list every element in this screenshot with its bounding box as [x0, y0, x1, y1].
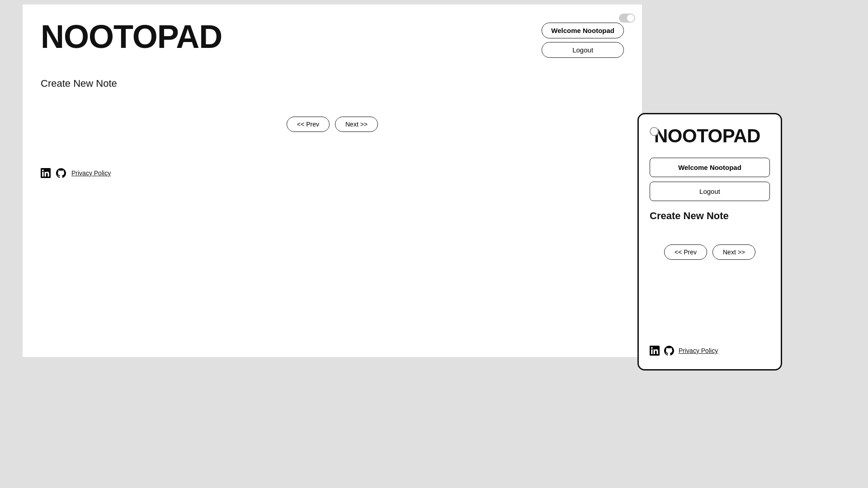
mobile-linkedin-icon[interactable]: [650, 346, 660, 356]
linkedin-icon[interactable]: [41, 168, 51, 178]
header-controls: Welcome Nootopad Logout: [542, 23, 624, 58]
privacy-policy-link[interactable]: Privacy Policy: [71, 169, 111, 177]
pagination-controls: << Prev Next >>: [41, 117, 624, 132]
mobile-view: NOOTOPAD Welcome Nootopad Logout Create …: [637, 113, 782, 371]
mobile-create-new-note-label: Create New Note: [650, 210, 770, 222]
mobile-toggle-indicator: [650, 127, 659, 136]
desktop-view: NOOTOPAD Welcome Nootopad Logout Create …: [23, 5, 642, 357]
mobile-github-icon[interactable]: [664, 346, 674, 356]
theme-toggle[interactable]: [619, 14, 635, 23]
welcome-button[interactable]: Welcome Nootopad: [542, 23, 624, 38]
mobile-prev-button[interactable]: << Prev: [664, 244, 707, 260]
github-icon[interactable]: [56, 168, 66, 178]
logout-button[interactable]: Logout: [542, 42, 624, 58]
mobile-next-button[interactable]: Next >>: [712, 244, 755, 260]
mobile-footer: Privacy Policy: [650, 346, 718, 356]
footer: Privacy Policy: [41, 168, 624, 178]
prev-button[interactable]: << Prev: [287, 117, 330, 132]
mobile-app-title: NOOTOPAD: [650, 125, 770, 147]
create-new-note-label: Create New Note: [41, 78, 624, 89]
app-title: NOOTOPAD: [41, 18, 624, 55]
mobile-welcome-button[interactable]: Welcome Nootopad: [650, 158, 770, 177]
mobile-pagination-controls: << Prev Next >>: [650, 244, 770, 260]
next-button[interactable]: Next >>: [335, 117, 378, 132]
mobile-privacy-policy-link[interactable]: Privacy Policy: [679, 347, 718, 354]
mobile-logout-button[interactable]: Logout: [650, 182, 770, 201]
